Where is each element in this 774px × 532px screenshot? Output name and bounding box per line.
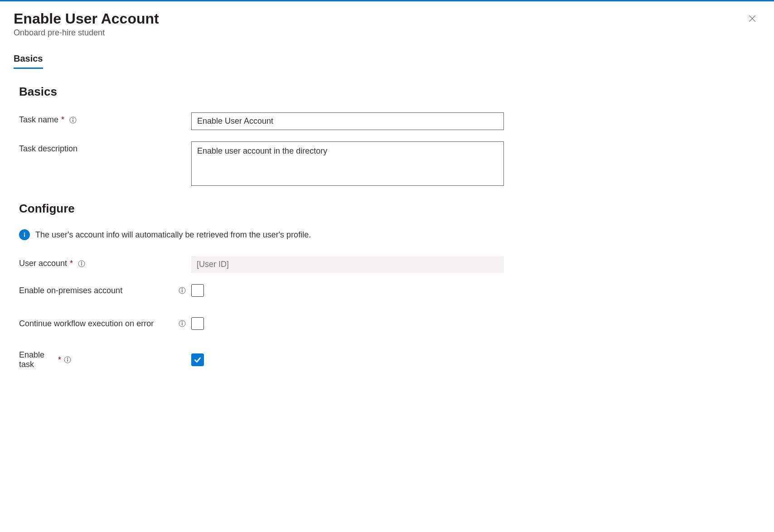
panel-header: Enable User Account Onboard pre-hire stu… [14,10,760,38]
svg-point-14 [182,322,183,323]
required-marker: * [58,355,61,365]
page-subtitle: Onboard pre-hire student [14,28,159,38]
section-basics: Basics Task name * Task description [14,85,760,186]
tabs-container: Basics [14,53,760,69]
svg-rect-6 [24,234,25,237]
user-account-input [191,256,504,273]
task-description-label: Task description [19,141,191,154]
task-name-input[interactable] [191,112,504,130]
svg-point-5 [24,232,25,234]
required-marker: * [61,115,64,125]
task-name-label: Task name * [19,112,191,125]
enable-onprem-checkbox[interactable] [191,284,204,297]
tab-basics[interactable]: Basics [14,53,43,69]
continue-on-error-info-icon[interactable] [178,319,186,328]
section-configure: Configure The user's account info will a… [14,202,760,369]
svg-point-11 [182,289,183,290]
configure-info-message: The user's account info will automatical… [19,229,760,240]
enable-task-info-icon[interactable] [64,356,71,364]
svg-point-17 [67,358,68,359]
info-badge-icon [19,229,30,240]
checkmark-icon [194,356,202,364]
close-button[interactable] [744,10,760,27]
user-account-info-icon[interactable] [77,260,86,268]
section-configure-heading: Configure [19,202,760,216]
section-basics-heading: Basics [19,85,760,99]
task-description-input[interactable] [191,141,504,186]
continue-on-error-label: Continue workflow execution on error [19,319,175,329]
enable-task-checkbox[interactable] [191,353,204,366]
task-name-info-icon[interactable] [69,116,77,124]
svg-point-3 [73,118,73,119]
enable-onprem-label: Enable on-premises account [19,286,175,295]
continue-on-error-checkbox[interactable] [191,317,204,330]
user-account-label: User account * [19,256,191,268]
close-icon [748,14,757,23]
enable-task-label: Enable task * [19,350,71,369]
svg-point-8 [81,261,82,262]
enable-onprem-info-icon[interactable] [178,286,186,295]
required-marker: * [70,259,73,268]
page-title: Enable User Account [14,10,159,27]
